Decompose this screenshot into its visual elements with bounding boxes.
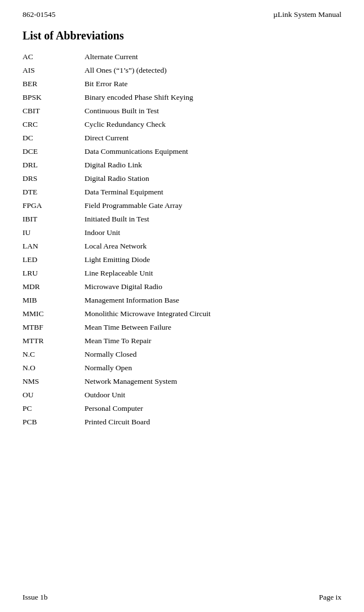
abbrev-value: Personal Computer	[85, 404, 143, 413]
list-item: DRLDigital Radio Link	[23, 161, 341, 173]
abbrev-key: N.O	[23, 363, 85, 372]
abbrev-value: Field Programmable Gate Array	[85, 201, 183, 210]
list-item: DTEData Terminal Equipment	[23, 188, 341, 200]
abbrev-value: Binary encoded Phase Shift Keying	[85, 93, 193, 102]
list-item: MIBManagement Information Base	[23, 296, 341, 308]
list-item: DCEData Communications Equipment	[23, 147, 341, 159]
abbrev-key: FPGA	[23, 201, 85, 210]
abbrev-value: Bit Error Rate	[85, 79, 127, 88]
abbrev-key: IU	[23, 228, 85, 237]
list-item: MTBFMean Time Between Failure	[23, 323, 341, 335]
header-right: µLink System Manual	[273, 10, 341, 19]
abbrev-key: DCE	[23, 147, 85, 156]
list-item: ACAlternate Current	[23, 52, 341, 65]
abbrev-key: PC	[23, 404, 85, 413]
list-item: DRSDigital Radio Station	[23, 174, 341, 187]
list-item: IUIndoor Unit	[23, 228, 341, 241]
abbrev-value: Initiated Built in Test	[85, 215, 149, 224]
list-item: BERBit Error Rate	[23, 79, 341, 92]
list-item: MMICMonolithic Microwave Integrated Circ…	[23, 309, 341, 322]
abbrev-key: DTE	[23, 188, 85, 197]
abbrev-value: Digital Radio Link	[85, 161, 142, 170]
abbrev-key: DC	[23, 134, 85, 143]
abbrev-value: Direct Current	[85, 134, 128, 143]
abbrev-key: MTTR	[23, 336, 85, 345]
abbrev-key: CBIT	[23, 107, 85, 116]
abbrev-value: Normally Closed	[85, 350, 137, 359]
abbrev-value: Continuous Built in Test	[85, 107, 159, 116]
page-header: 862-01545 µLink System Manual	[23, 10, 341, 19]
abbrev-value: Mean Time To Repair	[85, 336, 151, 345]
abbrev-key: MIB	[23, 296, 85, 305]
list-item: LRULine Replaceable Unit	[23, 269, 341, 281]
abbrev-key: IBIT	[23, 215, 85, 224]
abbrev-key: PCB	[23, 418, 85, 427]
list-item: MDRMicrowave Digital Radio	[23, 282, 341, 295]
abbrev-value: Normally Open	[85, 363, 132, 372]
abbrev-key: OU	[23, 391, 85, 400]
list-item: PCBPrinted Circuit Board	[23, 418, 341, 430]
abbrev-key: CRC	[23, 120, 85, 129]
list-item: DCDirect Current	[23, 134, 341, 146]
page-title: List of Abbreviations	[23, 29, 341, 42]
abbrev-value: Digital Radio Station	[85, 174, 149, 183]
list-item: N.ONormally Open	[23, 363, 341, 376]
abbrev-key: BER	[23, 79, 85, 88]
abbrev-key: DRS	[23, 174, 85, 183]
list-item: N.CNormally Closed	[23, 350, 341, 362]
abbrev-value: Data Communications Equipment	[85, 147, 188, 156]
abbrev-key: BPSK	[23, 93, 85, 102]
abbrev-key: MDR	[23, 282, 85, 291]
abbrev-value: Alternate Current	[85, 52, 138, 61]
list-item: FPGAField Programmable Gate Array	[23, 201, 341, 214]
list-item: MTTRMean Time To Repair	[23, 336, 341, 349]
abbrev-value: Management Information Base	[85, 296, 179, 305]
abbrev-key: LAN	[23, 242, 85, 251]
list-item: NMSNetwork Management System	[23, 377, 341, 389]
list-item: CBITContinuous Built in Test	[23, 107, 341, 119]
abbrev-value: Network Management System	[85, 377, 177, 386]
abbrev-value: Indoor Unit	[85, 228, 120, 237]
list-item: LEDLight Emitting Diode	[23, 255, 341, 268]
list-item: AISAll Ones (“1’s”) (detected)	[23, 66, 341, 78]
abbrev-value: Monolithic Microwave Integrated Circuit	[85, 309, 211, 318]
abbrev-key: DRL	[23, 161, 85, 170]
list-item: OUOutdoor Unit	[23, 391, 341, 403]
abbrev-value: Light Emitting Diode	[85, 255, 150, 264]
abbrev-value: Outdoor Unit	[85, 391, 125, 400]
abbrev-key: MMIC	[23, 309, 85, 318]
abbrev-key: AIS	[23, 66, 85, 75]
abbrev-value: Mean Time Between Failure	[85, 323, 171, 332]
abbrev-key: AC	[23, 52, 85, 61]
abbrev-key: MTBF	[23, 323, 85, 332]
abbrev-value: Printed Circuit Board	[85, 418, 150, 427]
abbrev-key: N.C	[23, 350, 85, 359]
page-footer: Issue 1b Page ix	[23, 593, 341, 602]
list-item: IBITInitiated Built in Test	[23, 215, 341, 227]
list-item: BPSKBinary encoded Phase Shift Keying	[23, 93, 341, 105]
footer-right: Page ix	[319, 593, 341, 602]
abbrev-value: Line Replaceable Unit	[85, 269, 153, 278]
abbreviations-list: ACAlternate CurrentAISAll Ones (“1’s”) (…	[23, 52, 341, 430]
abbrev-value: Microwave Digital Radio	[85, 282, 162, 291]
abbrev-value: Data Terminal Equipment	[85, 188, 163, 197]
abbrev-key: LRU	[23, 269, 85, 278]
abbrev-value: Local Area Network	[85, 242, 147, 251]
abbrev-key: NMS	[23, 377, 85, 386]
header-left: 862-01545	[23, 10, 56, 19]
abbrev-value: All Ones (“1’s”) (detected)	[85, 66, 167, 75]
abbrev-key: LED	[23, 255, 85, 264]
list-item: PCPersonal Computer	[23, 404, 341, 416]
abbrev-value: Cyclic Redundancy Check	[85, 120, 166, 129]
list-item: LANLocal Area Network	[23, 242, 341, 254]
list-item: CRCCyclic Redundancy Check	[23, 120, 341, 132]
footer-left: Issue 1b	[23, 593, 48, 602]
